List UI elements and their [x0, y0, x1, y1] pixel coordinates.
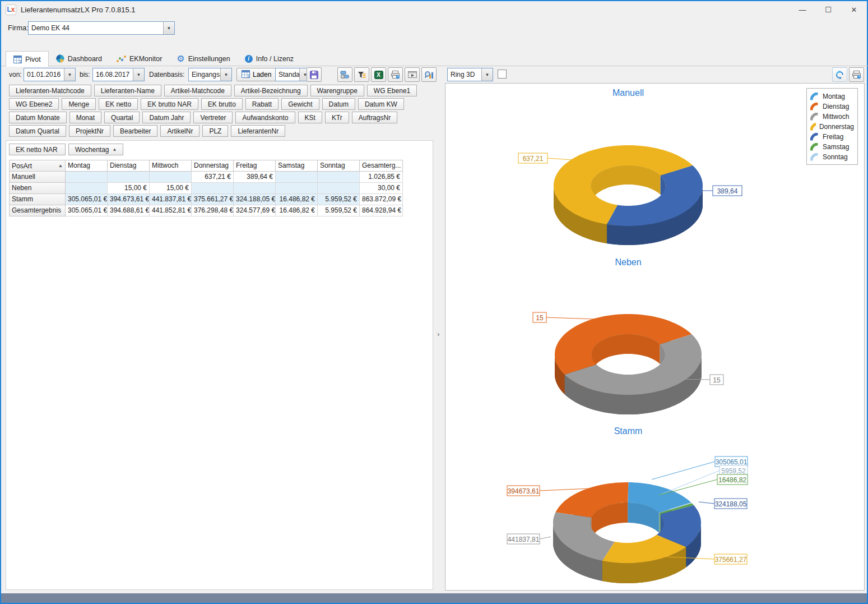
pivot-cell[interactable]: 441.852,81 € — [150, 205, 192, 216]
von-date-value[interactable]: 01.01.2016 — [24, 68, 64, 81]
data-field-button[interactable]: EK netto NAR — [9, 144, 66, 155]
column-field-button[interactable]: Wochentag ▲ — [68, 144, 123, 155]
field-button-ktr[interactable]: KTr — [325, 112, 349, 123]
field-button-projektnr[interactable]: ProjektNr — [69, 125, 110, 137]
pivot-cell[interactable]: 637,21 € — [192, 172, 234, 183]
tab-ekmonitor[interactable]: EKMonitor — [109, 51, 169, 66]
pivot-cell[interactable]: 16.486,82 € — [276, 194, 318, 205]
pivot-cell[interactable]: 30,00 € — [360, 183, 403, 194]
datenbasis-value[interactable]: Eingangsr... — [189, 68, 220, 81]
tab-info-lizenz[interactable]: iInfo / Lizenz — [238, 51, 301, 66]
field-button-bearbeiter[interactable]: Bearbeiter — [113, 125, 157, 137]
laden-button[interactable]: Σ Laden — [236, 68, 276, 81]
chevron-down-icon[interactable]: ▼ — [163, 22, 174, 34]
field-button-aufwandskonto[interactable]: Aufwandskonto — [235, 112, 295, 123]
field-button-lieferantennr[interactable]: LieferantenNr — [231, 125, 285, 137]
pivot-cell[interactable]: 305.065,01 € — [66, 194, 108, 205]
print-icon[interactable]: ? — [388, 67, 403, 82]
field-button-ek-brutto[interactable]: EK brutto — [201, 98, 243, 110]
pivot-cell[interactable]: 376.298,48 € — [192, 205, 234, 216]
legend-item-mittwoch[interactable]: Mittwoch — [810, 112, 854, 122]
pivot-cell[interactable]: 863.872,09 € — [360, 194, 403, 205]
row-area-header-posart[interactable]: PosArt▲ — [10, 160, 66, 172]
column-header-samstag[interactable]: Samstag — [276, 160, 318, 172]
pivot-cell[interactable]: 389,64 € — [234, 172, 276, 183]
field-button-datum-kw[interactable]: Datum KW — [358, 98, 404, 110]
pivot-cell[interactable]: 864.928,94 € — [360, 205, 403, 216]
field-button-artikelnr[interactable]: ArtikelNr — [160, 125, 199, 137]
column-header-donnerstag[interactable]: Donnerstag — [192, 160, 234, 172]
pivot-cell[interactable]: 375.661,27 € — [192, 194, 234, 205]
datenbasis-combobox[interactable]: Eingangsr... ▼ — [188, 68, 232, 81]
column-header-freitag[interactable]: Freitag — [234, 160, 276, 172]
field-button-vertreter[interactable]: Vertreter — [193, 112, 233, 123]
pivot-cell[interactable]: 5.959,52 € — [318, 194, 360, 205]
legend-item-donnerstag[interactable]: Donnerstag — [810, 122, 854, 132]
field-button-plz[interactable]: PLZ — [202, 125, 228, 137]
excel-export-icon[interactable]: X — [371, 67, 386, 82]
layout-combobox[interactable]: Standa ▼ — [275, 68, 311, 81]
pivot-cell[interactable]: 394.673,61 € — [108, 194, 150, 205]
chevron-down-icon[interactable]: ▼ — [220, 68, 231, 81]
search-chart-icon[interactable] — [421, 67, 437, 82]
layout-value[interactable]: Standa — [276, 68, 299, 81]
pivot-cell[interactable] — [192, 183, 234, 194]
legend-item-freitag[interactable]: Freitag — [810, 132, 854, 142]
field-button-datum[interactable]: Datum — [322, 98, 355, 110]
field-button-kst[interactable]: KSt — [298, 112, 322, 123]
tab-einstellungen[interactable]: ⚙Einstellungen — [169, 51, 237, 66]
pivot-cell[interactable]: 1.026,85 € — [360, 172, 403, 183]
field-button-quartal[interactable]: Quartal — [104, 112, 140, 123]
pivot-cell[interactable]: 5.959,52 € — [318, 205, 360, 216]
field-button-datum-quartal[interactable]: Datum Quartal — [9, 125, 66, 137]
row-header-manuell[interactable]: Manuell — [10, 172, 66, 183]
field-button-rabatt[interactable]: Rabatt — [245, 98, 278, 110]
collapse-chevron-icon[interactable]: › — [434, 326, 443, 341]
pivot-cell[interactable] — [318, 183, 360, 194]
field-button-lieferanten-name[interactable]: Lieferanten-Name — [94, 85, 161, 96]
pivot-cell[interactable] — [234, 183, 276, 194]
field-button-artikel-bezeichnung[interactable]: Artikel-Bezeichnung — [234, 85, 308, 96]
save-button[interactable] — [307, 67, 322, 82]
row-header-stamm[interactable]: Stamm — [10, 194, 66, 205]
field-button-datum-monate[interactable]: Datum Monate — [9, 112, 67, 123]
von-date-combobox[interactable]: 01.01.2016 ▼ — [24, 68, 76, 81]
legend-item-samstag[interactable]: Samstag — [810, 142, 854, 152]
chart-type-value[interactable]: Ring 3D — [448, 68, 481, 81]
pane-splitter[interactable]: › — [433, 83, 445, 591]
pivot-cell[interactable]: 324.577,69 € — [234, 205, 276, 216]
field-button-artikel-matchcode[interactable]: Artikel-Matchcode — [164, 85, 231, 96]
pivot-cell[interactable] — [66, 183, 108, 194]
field-button-ek-brutto-nar[interactable]: EK brutto NAR — [141, 98, 198, 110]
bis-date-combobox[interactable]: 16.08.2017 ▼ — [92, 68, 145, 81]
field-button-wg-ebene2[interactable]: WG Ebene2 — [9, 98, 59, 110]
tab-dashboard[interactable]: Dashboard — [49, 51, 109, 66]
legend-item-sonntag[interactable]: Sonntag — [810, 152, 854, 162]
chevron-down-icon[interactable]: ▼ — [133, 68, 144, 81]
pivot-cell[interactable]: 394.688,61 € — [108, 205, 150, 216]
pivot-cell[interactable] — [150, 172, 192, 183]
pivot-cell[interactable]: 16.486,82 € — [276, 205, 318, 216]
pivot-cell[interactable] — [276, 183, 318, 194]
pivot-cell[interactable] — [276, 172, 318, 183]
filter-icon[interactable] — [354, 67, 369, 82]
column-header-gesamterg-[interactable]: Gesamterg... — [360, 160, 403, 172]
field-button-ek-netto[interactable]: EK netto — [99, 98, 138, 110]
firma-combobox[interactable]: Demo EK 44 ▼ — [28, 21, 175, 35]
chevron-down-icon[interactable]: ▼ — [64, 68, 75, 81]
column-header-mittwoch[interactable]: Mittwoch — [150, 160, 192, 172]
pivot-cell[interactable]: 305.065,01 € — [66, 205, 108, 216]
legend-item-montag[interactable]: Montag — [810, 91, 854, 102]
column-header-montag[interactable]: Montag — [66, 160, 108, 172]
pivot-cell[interactable]: 441.837,81 € — [150, 194, 192, 205]
pivot-cell[interactable] — [66, 172, 108, 183]
field-button-auftragsnr[interactable]: AuftragsNr — [352, 112, 397, 123]
video-icon[interactable] — [405, 67, 420, 82]
field-button-lieferanten-matchcode[interactable]: Lieferanten-Matchcode — [9, 85, 91, 96]
firma-value[interactable]: Demo EK 44 — [29, 22, 163, 34]
chart-type-combobox[interactable]: Ring 3D ▼ — [447, 68, 493, 81]
pivot-cell[interactable] — [108, 172, 150, 183]
pivot-cell[interactable]: 15,00 € — [150, 183, 192, 194]
pivot-cell[interactable] — [318, 172, 360, 183]
bis-date-value[interactable]: 16.08.2017 — [93, 68, 133, 81]
